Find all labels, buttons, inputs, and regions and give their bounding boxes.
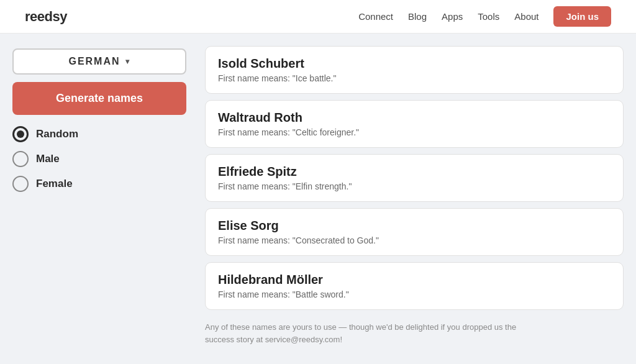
- radio-circle-random: [12, 126, 29, 142]
- nav-connect[interactable]: Connect: [358, 11, 393, 22]
- header: reedsy Connect Blog Apps Tools About Joi…: [0, 0, 636, 34]
- radio-option-female[interactable]: Female: [12, 176, 186, 192]
- content-area: Isold SchubertFirst name means: "Ice bat…: [205, 46, 624, 352]
- name-title: Hildebrand Möller: [218, 273, 611, 287]
- radio-label-male: Male: [36, 153, 60, 165]
- name-title: Elise Sorg: [218, 219, 611, 233]
- gender-radio-group: Random Male Female: [12, 126, 186, 192]
- name-card: Isold SchubertFirst name means: "Ice bat…: [205, 46, 624, 94]
- name-card: Hildebrand MöllerFirst name means: "Batt…: [205, 262, 624, 310]
- name-title: Waltraud Roth: [218, 111, 611, 125]
- nav-tools[interactable]: Tools: [478, 11, 499, 22]
- generate-button[interactable]: Generate names: [12, 82, 186, 115]
- name-card: Elfriede SpitzFirst name means: "Elfin s…: [205, 154, 624, 202]
- radio-label-random: Random: [36, 128, 78, 140]
- radio-circle-male: [12, 151, 29, 167]
- chevron-down-icon: ▾: [125, 57, 130, 66]
- nav-blog[interactable]: Blog: [408, 11, 427, 22]
- dropdown-label: GERMAN: [68, 56, 120, 67]
- nav-apps[interactable]: Apps: [442, 11, 463, 22]
- join-button[interactable]: Join us: [553, 6, 611, 27]
- name-card: Elise SorgFirst name means: "Consecrated…: [205, 208, 624, 256]
- name-card: Waltraud RothFirst name means: "Celtic f…: [205, 100, 624, 148]
- language-dropdown[interactable]: GERMAN ▾: [12, 48, 186, 75]
- name-meaning: First name means: "Celtic foreigner.": [218, 127, 611, 137]
- radio-inner-random: [17, 130, 24, 138]
- name-meaning: First name means: "Battle sword.": [218, 289, 611, 299]
- nav: Connect Blog Apps Tools About Join us: [358, 6, 611, 27]
- name-meaning: First name means: "Elfin strength.": [218, 181, 611, 191]
- logo: reedsy: [25, 9, 67, 25]
- name-meaning: First name means: "Ice battle.": [218, 73, 611, 83]
- radio-label-female: Female: [36, 178, 73, 190]
- name-title: Elfriede Spitz: [218, 165, 611, 179]
- footer-note: Any of these names are yours to use — th…: [205, 321, 540, 345]
- radio-option-random[interactable]: Random: [12, 126, 186, 142]
- name-meaning: First name means: "Consecrated to God.": [218, 235, 611, 245]
- name-title: Isold Schubert: [218, 57, 611, 71]
- radio-circle-female: [12, 176, 29, 192]
- main-layout: GERMAN ▾ Generate names Random Male Fema…: [0, 34, 636, 364]
- radio-option-male[interactable]: Male: [12, 151, 186, 167]
- sidebar: GERMAN ▾ Generate names Random Male Fema…: [12, 46, 186, 352]
- nav-about[interactable]: About: [514, 11, 538, 22]
